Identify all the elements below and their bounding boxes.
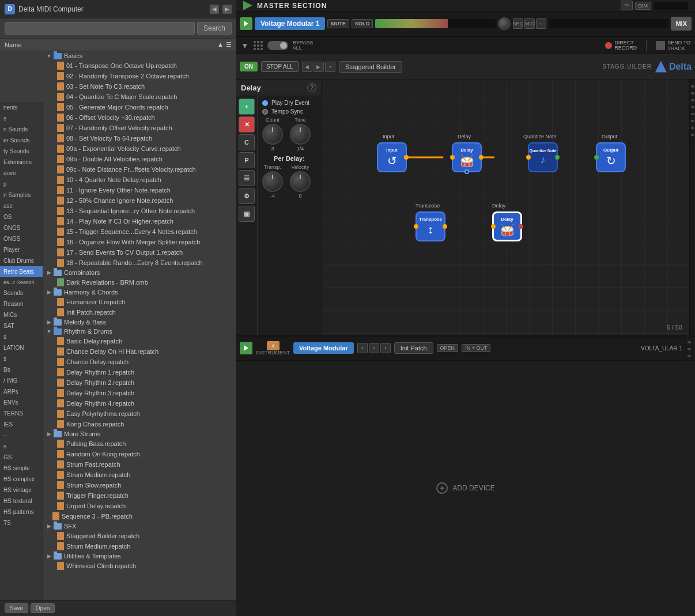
nav-back-btn[interactable]: ◀ [210, 5, 219, 14]
sidebar-item-clubdrums[interactable]: Club Drums [0, 255, 43, 266]
sidebar-item-s[interactable]: s [0, 331, 43, 342]
file-humanizer[interactable]: Humanizer II.repatch [43, 297, 236, 307]
on-button[interactable]: ON [240, 62, 258, 71]
vm-bottom-patch-label[interactable]: Init Patch [394, 342, 433, 354]
sidebar-item-5[interactable]: Extensions [0, 157, 43, 168]
nav-right-btn[interactable]: ▶ [313, 62, 324, 72]
file-09c[interactable]: 09c - Note Distance Fr...ffsets Velocity… [43, 164, 236, 175]
menu-icon[interactable]: ☰ [226, 41, 232, 48]
sidebar-item-ongs2[interactable]: ONGS [0, 233, 43, 244]
open-btn[interactable]: Open [31, 603, 55, 613]
folder-harmony[interactable]: ▶ Harmony & Chords [43, 288, 236, 297]
sidebar-item-player[interactable]: Player [0, 244, 43, 255]
file-02[interactable]: 02 - Randomly Transpose 2 Octave.repatch [43, 71, 236, 81]
vm-play-button[interactable] [240, 17, 252, 30]
sidebar-item-4[interactable]: ty Sounds [0, 146, 43, 157]
file-17[interactable]: 17 - Send Events To CV Output 1.repatch [43, 247, 236, 258]
sidebar-item-6[interactable]: auve [0, 168, 43, 179]
sidebar-item-hs-textural[interactable]: HS textural [0, 496, 43, 507]
delay-settings-button[interactable]: ⚙ [239, 188, 255, 204]
delay-info-button[interactable]: ? [307, 83, 316, 92]
file-trigger-finger[interactable]: Trigger Finger.repatch [43, 490, 236, 501]
sidebar-item-7[interactable]: p [0, 179, 43, 190]
delay-p-button[interactable]: P [239, 152, 255, 168]
nav-forward-btn[interactable]: ▶ [222, 5, 232, 14]
direct-record-button[interactable]: DIRECTRECORD [605, 40, 637, 51]
quantize-port-left[interactable] [526, 155, 531, 160]
sidebar-item-sounds[interactable]: Sounds [0, 288, 43, 298]
file-dark-revelations[interactable]: Dark Revelations - BRM.cmb [43, 277, 236, 288]
file-sequence3[interactable]: Sequence 3 - PB.repatch [43, 511, 236, 521]
patch-node-delay1[interactable]: Delay 🥁 [452, 142, 482, 172]
sidebar-item-hs-complex[interactable]: HS complex [0, 474, 43, 485]
sidebar-item-hs-patterns[interactable]: HS patterns [0, 507, 43, 517]
send-to-track-button[interactable]: SEND TOTRACK [656, 40, 690, 51]
file-09b[interactable]: 09b - Double All Velocities.repatch [43, 154, 236, 164]
count-knob[interactable] [262, 124, 283, 145]
file-09a[interactable]: 09a - Exponential Velocity Curve.repatch [43, 143, 236, 154]
file-random-kong[interactable]: Random On Kong.repatch [43, 449, 236, 459]
dots-grid-icon[interactable] [254, 41, 263, 50]
add-device-button[interactable]: + ADD DEVICE [436, 482, 494, 494]
sidebar-item-ts[interactable]: TS [0, 517, 43, 528]
delay-c-button[interactable]: C [239, 134, 255, 150]
file-15[interactable]: 15 - Trigger Sequence...Every 4 Notes.re… [43, 226, 236, 237]
delay-list-button[interactable]: ☰ [239, 170, 255, 186]
file-01[interactable]: 01 - Transpose One Octave Up.repatch [43, 61, 236, 71]
file-delay-r1[interactable]: Delay Rhythm 1.repatch [43, 367, 236, 377]
transpose-port-right[interactable] [443, 224, 447, 229]
bypass-toggle[interactable] [267, 41, 288, 50]
file-03[interactable]: 03 - Set Note To C3.repatch [43, 81, 236, 92]
file-13[interactable]: 13 - Sequential Ignore...ry Other Note.r… [43, 206, 236, 216]
sidebar-item-sat[interactable]: SAT [0, 320, 43, 331]
sidebar-item-arps[interactable]: ARPs [0, 386, 43, 397]
sidebar-item-3[interactable]: er Sounds [0, 135, 43, 146]
file-basic-delay[interactable]: Basic Delay.repatch [43, 336, 236, 346]
file-kong-chaos[interactable]: Kong Chaos.repatch [43, 419, 236, 429]
sidebar-item-bs[interactable]: Bs [0, 364, 43, 375]
mix-button[interactable]: MIX [671, 17, 692, 31]
file-strum-medium2[interactable]: Strum Medium.repatch [43, 541, 236, 551]
waveform-btn[interactable]: 〜 [621, 1, 633, 10]
file-12[interactable]: 12 - 50% Chance Ignore Note.repatch [43, 195, 236, 206]
patch-node-delay2[interactable]: Delay 🥁 [492, 211, 522, 241]
sidebar-item-mics[interactable]: MICs [0, 309, 43, 320]
delay-add-button[interactable]: + [239, 99, 255, 115]
sidebar-item-os[interactable]: OS [0, 211, 43, 222]
sidebar-item-s2[interactable]: s [0, 353, 43, 364]
vm-mute-button[interactable]: MUTE [327, 19, 349, 28]
sidebar-item-reason2[interactable]: Reason [0, 298, 43, 309]
quantize-port-right[interactable] [555, 155, 560, 160]
patch-node-output[interactable]: Output ↻ [596, 142, 626, 172]
folder-melody[interactable]: ▶ Melody & Bass [43, 318, 236, 327]
file-05[interactable]: 05 - Generate Major Chords.repatch [43, 102, 236, 112]
file-delay-r4[interactable]: Delay Rhythm 4.repatch [43, 398, 236, 409]
sidebar-item-terns[interactable]: TERNS [0, 408, 43, 419]
file-07[interactable]: 07 - Randomly Offset Velocity.repatch [43, 123, 236, 133]
search-button[interactable]: Search [197, 22, 232, 35]
file-chance-delay-hihat[interactable]: Chance Delay On Hi Hat.repatch [43, 346, 236, 357]
vm-mid-btn[interactable]: MID [524, 18, 535, 29]
patch-node-transpose[interactable]: Transpose ↕ [416, 211, 445, 241]
folder-basics[interactable]: ▼ Basics [43, 51, 236, 61]
delay-remove-button[interactable]: ✕ [239, 116, 255, 133]
transp-knob[interactable] [262, 171, 283, 192]
folder-combinators[interactable]: ▶ Combinators [43, 268, 236, 277]
file-pulsing-bass[interactable]: Pulsing Bass.repatch [43, 439, 236, 449]
tempo-sync-radio[interactable] [262, 109, 268, 115]
file-06[interactable]: 06 - Offset Velocity +30.repatch [43, 112, 236, 123]
delay2-port-right[interactable] [519, 224, 523, 229]
delay1-port-left[interactable] [450, 155, 455, 160]
sidebar-item-hs-simple[interactable]: HS simple [0, 463, 43, 474]
file-delay-r3[interactable]: Delay Rhythm 3.repatch [43, 388, 236, 398]
folder-rhythm[interactable]: ▼ Rhythm & Drums [43, 327, 236, 336]
vm-bottom-inout-btn[interactable]: IN + OUT [462, 344, 490, 352]
file-16[interactable]: 16 - Organize Flow With Merger Splitter.… [43, 237, 236, 247]
play-dry-radio[interactable] [262, 100, 268, 106]
sidebar-item-0[interactable]: nents [0, 102, 43, 113]
sidebar-item-retrobeats[interactable]: Retro Beats [0, 266, 43, 277]
velocity-knob[interactable] [290, 171, 311, 192]
file-strum-medium[interactable]: Strum Medium.repatch [43, 470, 236, 480]
sidebar-item-lation[interactable]: LATION [0, 342, 43, 353]
patch-node-input[interactable]: Input ↺ [377, 142, 407, 172]
